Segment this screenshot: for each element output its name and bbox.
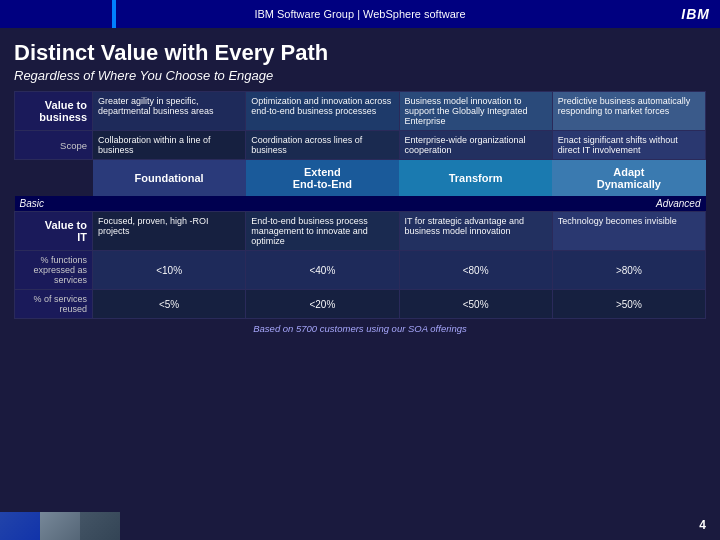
vit-col4: Technology becomes invisible (552, 212, 705, 251)
vit-row-label: Value to IT (15, 212, 93, 251)
scope-row-label: Scope (15, 131, 93, 160)
page-subtitle: Regardless of Where You Choose to Engage (14, 68, 706, 83)
vb-row-label: Value to business (15, 92, 93, 131)
pct-functions-row: % functions expressed as services <10% <… (15, 251, 706, 290)
hdr-spacer (15, 160, 93, 197)
basic-advanced-bar: Basic Advanced (15, 196, 706, 212)
main-content: Distinct Value with Every Path Regardles… (0, 28, 720, 540)
pct-services-row: % of services reused <5% <20% <50% >50% (15, 290, 706, 319)
pct-functions-label: % functions expressed as services (15, 251, 93, 290)
ibm-logo: IBM (681, 6, 710, 22)
scope-col1: Collaboration within a line of business (93, 131, 246, 160)
value-to-business-row: Value to business Greater agility in spe… (15, 92, 706, 131)
scope-col2: Coordination across lines of business (246, 131, 399, 160)
vb-col2: Optimization and innovation across end-t… (246, 92, 399, 131)
img-strip-box-1 (0, 512, 40, 540)
hdr-adapt: Adapt Dynamically (552, 160, 705, 197)
pct-services-col1: <5% (93, 290, 246, 319)
advanced-label: Advanced (399, 196, 706, 212)
img-strip-box-3 (80, 512, 120, 540)
pct-functions-col4: >80% (552, 251, 705, 290)
header-bar: IBM Software Group | WebSphere software … (0, 0, 720, 28)
hdr-foundational: Foundational (93, 160, 246, 197)
vit-col1: Focused, proven, high -ROI projects (93, 212, 246, 251)
bottom-label: Based on 5700 customers using our SOA of… (14, 323, 706, 334)
vit-col2: End-to-end business process management t… (246, 212, 399, 251)
header-title: IBM Software Group | WebSphere software (254, 8, 465, 20)
hdr-extend: Extend End-to-End (246, 160, 399, 197)
scope-col3: Enterprise-wide organizational cooperati… (399, 131, 552, 160)
pct-services-label: % of services reused (15, 290, 93, 319)
hdr-transform: Transform (399, 160, 552, 197)
page-number: 4 (699, 518, 706, 532)
scope-col4: Enact significant shifts without direct … (552, 131, 705, 160)
column-headers-row: Foundational Extend End-to-End Transform… (15, 160, 706, 197)
pct-services-col4: >50% (552, 290, 705, 319)
basic-label: Basic (15, 196, 400, 212)
pct-functions-col1: <10% (93, 251, 246, 290)
value-to-it-row: Value to IT Focused, proven, high -ROI p… (15, 212, 706, 251)
vb-col1: Greater agility in specific, departmenta… (93, 92, 246, 131)
vit-col3: IT for strategic advantage and business … (399, 212, 552, 251)
header-accent-line (112, 0, 116, 28)
pct-functions-col2: <40% (246, 251, 399, 290)
vb-col4: Predictive business automatically respon… (552, 92, 705, 131)
img-strip-box-2 (40, 512, 80, 540)
bottom-image-strip (0, 512, 120, 540)
pct-services-col3: <50% (399, 290, 552, 319)
pct-services-col2: <20% (246, 290, 399, 319)
main-table: Value to business Greater agility in spe… (14, 91, 706, 319)
vb-col3: Business model innovation to support the… (399, 92, 552, 131)
scope-row: Scope Collaboration within a line of bus… (15, 131, 706, 160)
pct-functions-col3: <80% (399, 251, 552, 290)
page-title: Distinct Value with Every Path (14, 40, 706, 66)
